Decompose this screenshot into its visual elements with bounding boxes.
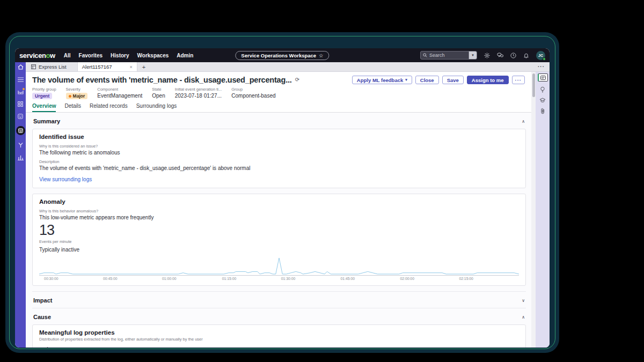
identified-issue-card: Identified issue Why is this considered … (32, 129, 526, 188)
left-sidebar (15, 62, 26, 348)
bell-icon[interactable] (523, 53, 529, 58)
severity-badge: Major (66, 93, 88, 99)
close-tab-icon[interactable]: × (129, 64, 132, 70)
severity-dot-icon (69, 95, 71, 98)
apply-ml-feedback-button[interactable]: Apply ML feedback▾ (352, 76, 412, 84)
search-scope-dropdown[interactable]: ▾ (469, 51, 477, 59)
sidebar-item-document-icon[interactable] (18, 114, 23, 119)
servicenow-logo[interactable]: servicenow (19, 51, 55, 60)
issue-question-label: Why is this considered an issue? (39, 144, 519, 149)
nav-item-history[interactable]: History (111, 53, 129, 58)
description-value: The volume of events with 'metric_name -… (39, 165, 519, 171)
app-window: servicenow AllFavoritesHistoryWorkspaces… (15, 48, 550, 348)
cause-section-header[interactable]: Cause ∧ (32, 308, 526, 324)
field-component: Component EventManagement (97, 87, 142, 99)
workspace-pill[interactable]: Service Operations Workspace ☆ (235, 51, 329, 60)
refresh-icon[interactable]: ⟳ (295, 77, 299, 83)
avatar[interactable]: JC (536, 51, 545, 60)
avatar-initials: JC (538, 54, 543, 57)
save-button[interactable]: Save (442, 76, 464, 84)
tabstrip-more-button[interactable]: ··· (533, 62, 550, 71)
record-fields: Priority group Urgent Severity Major Com… (32, 87, 525, 99)
sidebar-item-inbox-icon[interactable] (18, 89, 24, 94)
sidebar-item-workflow-icon[interactable] (18, 142, 24, 148)
x-tick-label: 00:45:00 (103, 277, 117, 280)
issue-question-value: The following metric is anomalous (39, 150, 519, 156)
field-priority-group: Priority group Urgent (32, 87, 56, 99)
nav-item-admin[interactable]: Admin (177, 53, 193, 58)
sidebar-item-metrics-icon[interactable] (18, 155, 24, 160)
gear-icon[interactable] (484, 53, 490, 58)
scrollbar-thumb[interactable] (532, 73, 535, 97)
device-frame: servicenow AllFavoritesHistoryWorkspaces… (5, 32, 559, 353)
tab-surrounding-logs[interactable]: Surrounding logs (136, 103, 177, 112)
help-clock-icon[interactable] (510, 53, 516, 58)
anomaly-card: Anomaly Why is this behavior anomalous? … (32, 194, 526, 286)
chevron-up-icon[interactable]: ∧ (522, 315, 525, 320)
events-per-minute-label: Events per minute (39, 239, 519, 244)
anomaly-chart: 00:30:0000:45:0001:00:0001:15:0001:30:00… (39, 255, 519, 281)
search-input[interactable]: Search ▾ (420, 51, 477, 60)
impact-title: Impact (33, 297, 52, 304)
tab-overview[interactable]: Overview (32, 103, 56, 112)
log-properties-card: Meaningful log properties Distribution o… (32, 324, 526, 348)
x-tick-label: 02:00:00 (400, 277, 414, 280)
add-tab-button[interactable]: + (137, 62, 150, 71)
tab-strip: Express List Alert1157167 × + ··· (26, 62, 550, 72)
presence-dot (543, 57, 546, 61)
lightbulb-icon[interactable] (540, 86, 545, 93)
anomaly-chart-x-axis: 00:30:0000:45:0001:00:0001:15:0001:30:00… (39, 275, 519, 281)
close-button[interactable]: Close (415, 76, 439, 84)
tab-related-records[interactable]: Related records (90, 103, 128, 112)
property-name: node (39, 346, 519, 348)
record-tab-alert[interactable]: Alert1157167 × (77, 62, 137, 71)
activity-stream-icon[interactable] (538, 73, 548, 82)
top-nav: servicenow AllFavoritesHistoryWorkspaces… (15, 48, 550, 62)
chat-icon[interactable] (497, 53, 503, 58)
express-list-tab[interactable]: Express List (26, 62, 72, 71)
nav-item-all[interactable]: All (64, 53, 71, 58)
assign-to-me-button[interactable]: Assign to me (467, 76, 509, 84)
description-label: Description (39, 159, 519, 164)
chevron-down-icon[interactable]: ∨ (522, 298, 525, 303)
stage: servicenow AllFavoritesHistoryWorkspaces… (0, 0, 644, 362)
record-content: The volume of events with 'metric_name -… (26, 72, 531, 348)
sidebar-item-apps-grid-icon[interactable] (18, 101, 23, 107)
nav-item-workspaces[interactable]: Workspaces (137, 53, 169, 58)
x-tick-label: 01:15:00 (222, 277, 236, 280)
impact-section-header[interactable]: Impact ∨ (32, 291, 526, 308)
chevron-up-icon[interactable]: ∧ (522, 119, 525, 124)
log-properties-list: nodeip-1) (81.25%)279 (18.75%)resourcenu… (39, 346, 519, 348)
field-group: Group Component-based (231, 87, 275, 99)
log-properties-subtitle: Distribution of properties extracted fro… (39, 337, 519, 342)
top-nav-menu: AllFavoritesHistoryWorkspacesAdmin (64, 53, 194, 58)
x-tick-label: 01:00:00 (162, 277, 176, 280)
more-actions-button[interactable]: ··· (512, 76, 525, 84)
vertical-scrollbar[interactable] (531, 72, 536, 348)
star-icon[interactable]: ☆ (319, 53, 324, 58)
events-per-minute-value: 13 (39, 222, 519, 239)
summary-section-header[interactable]: Summary ∧ (32, 113, 526, 129)
inbox-notification-dot (23, 88, 25, 90)
anomaly-question-value: This low-volume metric appears more freq… (39, 215, 519, 220)
log-properties-heading: Meaningful log properties (39, 329, 519, 336)
anomaly-heading: Anomaly (39, 198, 519, 205)
right-rail (536, 72, 550, 348)
tab-details[interactable]: Details (64, 103, 81, 112)
typically-inactive-note: Typically inactive (39, 247, 519, 253)
sidebar-item-home[interactable] (15, 62, 26, 72)
workspace-pill-label: Service Operations Workspace (241, 53, 316, 58)
sidebar-item-lists-icon[interactable] (18, 77, 24, 82)
paperclip-icon[interactable] (540, 108, 545, 114)
field-severity: Severity Major (66, 87, 88, 99)
nav-item-favorites[interactable]: Favorites (79, 53, 103, 58)
sidebar-item-active-workspace-icon[interactable] (16, 126, 25, 135)
record-header: The volume of events with 'metric_name -… (26, 72, 531, 113)
education-cap-icon[interactable] (539, 98, 546, 103)
page-title: The volume of events with 'metric_name -… (32, 76, 292, 84)
field-state: State Open (152, 87, 165, 99)
x-tick-label: 01:45:00 (341, 277, 355, 280)
cause-title: Cause (33, 314, 51, 320)
view-surrounding-logs-link[interactable]: View surrounding logs (39, 176, 92, 182)
summary-title: Summary (33, 118, 60, 124)
